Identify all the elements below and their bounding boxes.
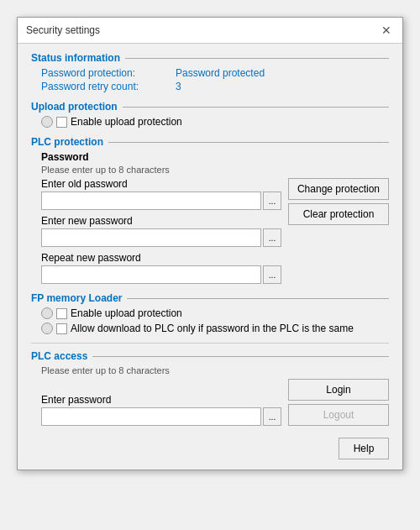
upload-radio[interactable] [41, 116, 53, 128]
dialog-title: Security settings [26, 24, 100, 36]
fp-checkbox-label-0: Enable upload protection [71, 307, 182, 319]
new-password-input[interactable] [41, 228, 261, 247]
upload-checkbox-row: Enable upload protection [41, 116, 389, 128]
clear-protection-button[interactable]: Clear protection [288, 203, 389, 225]
fp-checkbox-1[interactable] [56, 323, 67, 334]
status-row-0: Password protection: Password protected [41, 67, 389, 79]
status-row-1: Password retry count: 3 [41, 81, 389, 92]
access-field-label: Enter password [41, 394, 281, 406]
change-protection-button[interactable]: Change protection [288, 178, 389, 200]
upload-content: Enable upload protection [31, 116, 389, 128]
plc-password-label: Password [41, 151, 389, 163]
status-label-1: Password retry count: [41, 81, 176, 92]
dialog-body: Status information Password protection: … [18, 44, 402, 470]
fp-radio-1[interactable] [41, 323, 53, 334]
plc-hint: Please enter up to 8 characters [41, 165, 389, 175]
plc-access-hint: Please enter up to 8 characters [41, 365, 389, 375]
close-button[interactable]: ✕ [379, 23, 394, 38]
plc-access-header: PLC access [31, 350, 389, 362]
old-password-row: ... [41, 192, 281, 210]
plc-access-content: Please enter up to 8 characters Enter pa… [31, 365, 389, 426]
status-content: Password protection: Password protected … [31, 67, 389, 92]
field-label-1: Enter new password [41, 215, 281, 227]
fp-memory-section: FP memory Loader Enable upload protectio… [31, 292, 389, 334]
upload-header: Upload protection [31, 101, 389, 113]
login-button[interactable]: Login [288, 379, 389, 401]
fp-memory-header: FP memory Loader [31, 292, 389, 304]
status-header: Status information [31, 52, 389, 64]
plc-section: PLC protection Password Please enter up … [31, 136, 389, 284]
password-block: Enter old password ... Enter new passwor… [41, 178, 389, 284]
field-label-0: Enter old password [41, 178, 281, 190]
divider [31, 343, 389, 344]
fp-checkbox-row-0: Enable upload protection [41, 307, 389, 319]
security-settings-dialog: Security settings ✕ Status information P… [17, 17, 403, 470]
password-fields: Enter old password ... Enter new passwor… [41, 178, 281, 284]
plc-header: PLC protection [31, 136, 389, 148]
access-buttons: Login Logout [288, 379, 389, 426]
plc-buttons: Change protection Clear protection [288, 178, 389, 225]
upload-checkbox[interactable] [56, 117, 67, 128]
upload-checkbox-label: Enable upload protection [71, 116, 182, 128]
bottom-section: Help [31, 434, 389, 459]
status-value-0: Password protected [176, 67, 265, 79]
fp-radio-0[interactable] [41, 307, 53, 319]
access-password-row: ... [41, 407, 281, 426]
status-value-1: 3 [176, 81, 181, 92]
plc-access-section: PLC access Please enter up to 8 characte… [31, 350, 389, 426]
access-password-ellipsis[interactable]: ... [263, 407, 281, 426]
field-label-2: Repeat new password [41, 252, 281, 264]
fp-memory-content: Enable upload protection Allow download … [31, 307, 389, 334]
repeat-password-row: ... [41, 265, 281, 284]
logout-button[interactable]: Logout [288, 404, 389, 426]
access-fields: Enter password ... [41, 389, 281, 426]
title-bar: Security settings ✕ [18, 18, 402, 44]
fp-checkbox-label-1: Allow download to PLC only if password i… [71, 323, 354, 334]
access-password-input[interactable] [41, 407, 261, 426]
status-label-0: Password protection: [41, 67, 176, 79]
old-password-ellipsis[interactable]: ... [263, 192, 281, 210]
new-password-ellipsis[interactable]: ... [263, 228, 281, 247]
fp-checkbox-row-1: Allow download to PLC only if password i… [41, 323, 389, 334]
new-password-row: ... [41, 228, 281, 247]
plc-content: Password Please enter up to 8 characters… [31, 151, 389, 284]
access-row: Enter password ... Login Logout [41, 379, 389, 426]
old-password-input[interactable] [41, 192, 261, 210]
repeat-password-input[interactable] [41, 265, 261, 284]
help-button[interactable]: Help [339, 438, 389, 459]
fp-checkbox-0[interactable] [56, 308, 67, 319]
repeat-password-ellipsis[interactable]: ... [263, 265, 281, 284]
status-section: Status information Password protection: … [31, 52, 389, 92]
upload-section: Upload protection Enable upload protecti… [31, 101, 389, 128]
